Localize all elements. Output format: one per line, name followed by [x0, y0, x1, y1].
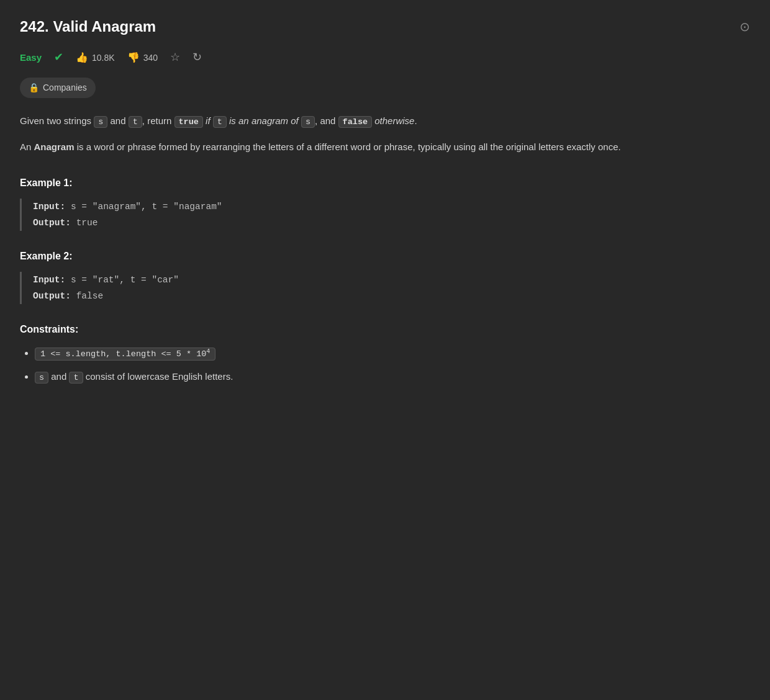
example1-output-value: true	[76, 218, 98, 228]
example2-output-label: Output:	[33, 291, 71, 301]
difficulty-badge: Easy	[20, 50, 42, 65]
desc-return: , return	[142, 115, 174, 126]
likes-item: 👍 10.8K	[76, 50, 115, 66]
desc-s-var: s	[94, 116, 107, 128]
example1-title: Example 1:	[20, 175, 750, 191]
desc-is-anagram: is an anagram of	[227, 115, 301, 126]
desc-otherwise: otherwise.	[372, 115, 417, 126]
example2-output: Output: false	[33, 288, 750, 304]
example2-input-value: s = "rat", t = "car"	[71, 275, 179, 285]
example1-input-label: Input:	[33, 202, 65, 212]
constraint-consist-text: consist of lowercase English letters.	[86, 371, 233, 382]
refresh-icon[interactable]: ↻	[192, 48, 202, 66]
check-icon: ✔	[54, 48, 63, 66]
problem-header: 242. Valid Anagram ⊙	[20, 15, 750, 38]
desc-and1: and	[107, 115, 128, 126]
desc-true-code: true	[174, 116, 203, 128]
desc-if: if	[203, 115, 213, 126]
example2-output-value: false	[76, 291, 104, 301]
likes-count: 10.8K	[92, 51, 115, 65]
constraints-list: 1 <= s.length, t.length <= 5 * 104 s and…	[20, 345, 750, 385]
thumbs-down-icon: 👎	[127, 50, 140, 66]
star-icon[interactable]: ☆	[170, 48, 180, 66]
example2-block: Input: s = "rat", t = "car" Output: fals…	[20, 272, 750, 304]
example2-input-label: Input:	[33, 275, 65, 285]
example1-output-label: Output:	[33, 218, 71, 228]
companies-tag[interactable]: 🔒 Companies	[20, 78, 96, 97]
desc-false-code: false	[338, 116, 373, 128]
desc-intro: Given two strings	[20, 115, 94, 126]
anagram-definition: An Anagram is a word or phrase formed by…	[20, 139, 703, 155]
dislikes-item: 👎 340	[127, 50, 158, 66]
example2-title: Example 2:	[20, 248, 750, 264]
desc-t-var: t	[129, 116, 142, 128]
example1-input-value: s = "anagram", t = "nagaram"	[71, 202, 222, 212]
constraints-title: Constraints:	[20, 321, 750, 338]
example1-output: Output: true	[33, 215, 750, 231]
constraint-and-text: and	[51, 371, 69, 382]
problem-title: 242. Valid Anagram	[20, 15, 156, 38]
lock-icon: 🔒	[29, 81, 39, 94]
constraint-t-var: t	[69, 372, 83, 384]
constraint-1: 1 <= s.length, t.length <= 5 * 104	[35, 345, 750, 362]
constraint-1-code: 1 <= s.length, t.length <= 5 * 104	[35, 348, 215, 361]
example2-input: Input: s = "rat", t = "car"	[33, 272, 750, 288]
constraints-section: Constraints: 1 <= s.length, t.length <= …	[20, 321, 750, 385]
example1-block: Input: s = "anagram", t = "nagaram" Outp…	[20, 199, 750, 231]
dislikes-count: 340	[143, 51, 158, 65]
constraint-s-var: s	[35, 372, 48, 384]
meta-row: Easy ✔ 👍 10.8K 👎 340 ☆ ↻	[20, 48, 750, 66]
thumbs-up-icon: 👍	[76, 50, 88, 66]
companies-label: Companies	[43, 81, 87, 94]
example1-input: Input: s = "anagram", t = "nagaram"	[33, 199, 750, 215]
more-options-icon[interactable]: ⊙	[740, 17, 750, 37]
desc-and2: , and	[315, 115, 338, 126]
constraint-2: s and t consist of lowercase English let…	[35, 369, 750, 385]
desc-t-var2: t	[213, 116, 227, 128]
problem-description: Given two strings s and t, return true i…	[20, 113, 703, 130]
desc-s-var2: s	[301, 116, 315, 128]
